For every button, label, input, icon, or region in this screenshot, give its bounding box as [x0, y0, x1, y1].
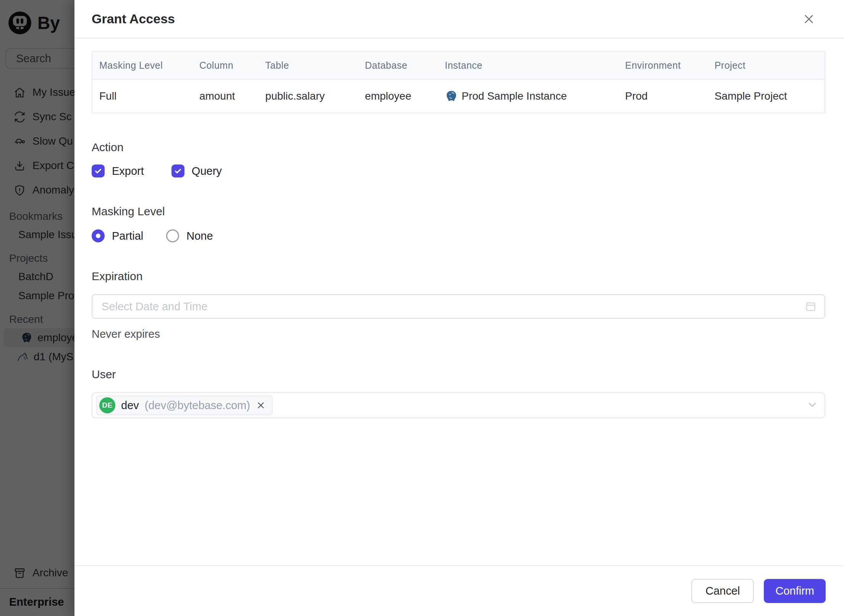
col-instance: Instance — [438, 52, 618, 79]
col-column: Column — [192, 52, 259, 79]
modal-header: Grant Access — [74, 0, 844, 39]
postgres-icon — [445, 90, 458, 103]
page-title: Grant Access — [92, 11, 175, 26]
cell-database: employee — [358, 79, 438, 113]
masking-level-heading: Masking Level — [92, 205, 825, 218]
partial-radio[interactable]: Partial — [92, 229, 143, 242]
close-button[interactable] — [800, 11, 817, 27]
action-heading: Action — [92, 141, 825, 154]
col-database: Database — [358, 52, 438, 79]
cell-column: amount — [192, 79, 259, 113]
checkbox-checked-icon — [92, 164, 105, 177]
cell-project: Sample Project — [708, 79, 825, 113]
masking-level-options: Partial None — [92, 229, 825, 242]
checkbox-label: Export — [112, 165, 144, 177]
export-checkbox[interactable]: Export — [92, 164, 144, 177]
app-root: By My Issue Sync Sc Slow Qu Export C — [0, 0, 844, 616]
query-checkbox[interactable]: Query — [171, 164, 222, 177]
cell-table: public.salary — [259, 79, 358, 113]
close-icon — [803, 13, 815, 25]
cell-environment: Prod — [618, 79, 708, 113]
modal-body[interactable]: Masking Level Column Table Database Inst… — [74, 39, 844, 565]
checkbox-label: Query — [192, 165, 222, 177]
calendar-icon — [805, 300, 817, 313]
user-name: dev — [121, 399, 139, 412]
expiration-heading: Expiration — [92, 270, 825, 283]
col-table: Table — [259, 52, 358, 79]
checkbox-checked-icon — [171, 164, 184, 177]
none-radio[interactable]: None — [166, 229, 213, 242]
modal-footer: Cancel Confirm — [74, 565, 844, 616]
col-project: Project — [708, 52, 825, 79]
table-header-row: Masking Level Column Table Database Inst… — [92, 52, 825, 79]
user-heading: User — [92, 368, 825, 381]
col-environment: Environment — [618, 52, 708, 79]
instance-name: Prod Sample Instance — [462, 90, 567, 102]
masking-table: Masking Level Column Table Database Inst… — [92, 51, 825, 113]
cancel-button[interactable]: Cancel — [691, 579, 754, 603]
cell-masking-level: Full — [92, 79, 192, 113]
radio-label: Partial — [112, 230, 143, 242]
avatar: DE — [99, 397, 115, 413]
radio-label: None — [186, 230, 213, 242]
radio-selected-icon — [92, 229, 105, 242]
action-options: Export Query — [92, 164, 825, 177]
table-row: Full amount public.salary employee Prod … — [92, 79, 825, 113]
expiration-date-input[interactable] — [92, 294, 825, 319]
confirm-button[interactable]: Confirm — [764, 579, 826, 603]
modal-overlay[interactable] — [0, 0, 74, 616]
grant-access-modal: Grant Access Masking Level Column Table … — [74, 0, 844, 616]
remove-icon — [256, 400, 266, 410]
col-masking-level: Masking Level — [92, 52, 192, 79]
remove-user-button[interactable] — [256, 400, 266, 410]
user-select[interactable]: DE dev (dev@bytebase.com) — [92, 392, 825, 418]
cell-instance: Prod Sample Instance — [438, 79, 618, 113]
user-chip: DE dev (dev@bytebase.com) — [96, 395, 273, 415]
chevron-down-icon — [806, 398, 818, 412]
radio-unselected-icon — [166, 229, 179, 242]
expiration-field-wrap — [92, 294, 825, 319]
user-email: (dev@bytebase.com) — [145, 399, 250, 412]
expiration-note: Never expires — [92, 328, 825, 340]
